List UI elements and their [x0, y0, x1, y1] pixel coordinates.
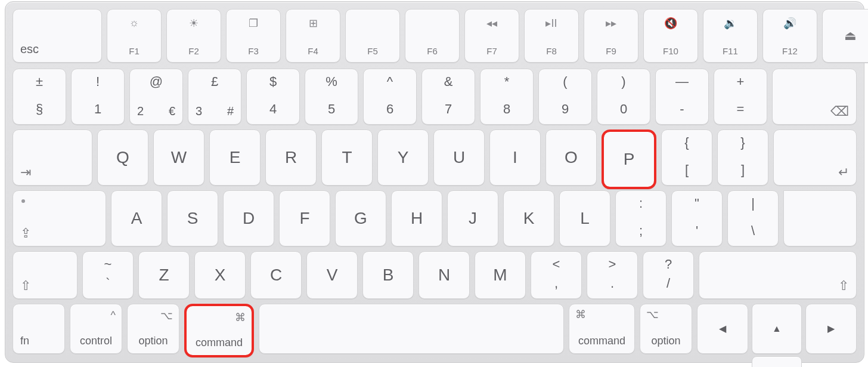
rewind-icon: ◂◂ [465, 17, 519, 30]
capslock-key[interactable]: ⇪ [13, 190, 106, 246]
quote-key[interactable]: "' [671, 190, 723, 246]
c-key[interactable]: C [250, 251, 302, 299]
f6-key[interactable]: F6 [405, 9, 460, 63]
v-key[interactable]: V [306, 251, 358, 299]
right-command-key[interactable]: ⌘command [569, 304, 635, 354]
row-qwerty: ⇥ Q W E R T Y U I O P {[ }] ↵ [5, 129, 864, 184]
row-bottom: fn ^control ⌥option ⌘command ⌘command ⌥o… [5, 304, 864, 353]
control-key[interactable]: ^control [70, 304, 122, 354]
backslash-key[interactable]: |\ [727, 190, 779, 246]
j-key[interactable]: J [447, 190, 498, 246]
arrow-up-key[interactable]: ▲ [752, 304, 802, 354]
comma-key[interactable]: <, [531, 251, 582, 299]
5-key[interactable]: %5 [305, 69, 358, 125]
s-key[interactable]: S [167, 190, 218, 246]
6-key[interactable]: ^6 [363, 69, 417, 125]
option-icon: ⌥ [160, 309, 173, 322]
d-key[interactable]: D [223, 190, 274, 246]
k-key[interactable]: K [503, 190, 554, 246]
row-asdf: ⇪ A S D F G H J K L :; "' |\ [5, 190, 864, 245]
2-key[interactable]: @2€ [129, 69, 183, 125]
t-key[interactable]: T [321, 129, 373, 186]
w-key[interactable]: W [153, 129, 204, 186]
enter-key[interactable]: ↵ [773, 129, 857, 186]
esc-key[interactable]: esc [13, 9, 102, 63]
f4-key[interactable]: ⊞F4 [286, 9, 340, 63]
backspace-key[interactable]: ⌫ [772, 69, 857, 125]
7-key[interactable]: &7 [421, 69, 475, 125]
b-key[interactable]: B [362, 251, 414, 299]
p-key[interactable]: P [602, 129, 656, 189]
arrow-up-icon: ▲ [772, 323, 782, 334]
mute-icon: 🔇 [644, 17, 698, 30]
i-key[interactable]: I [489, 129, 541, 186]
left-option-key[interactable]: ⌥option [127, 304, 179, 354]
shift-icon: ⇧ [20, 279, 31, 292]
tilde-key[interactable]: ~` [82, 251, 134, 299]
f9-key[interactable]: ▸▸F9 [584, 9, 638, 63]
f5-key[interactable]: F5 [345, 9, 400, 63]
r-key[interactable]: R [265, 129, 317, 186]
space-key[interactable] [259, 304, 564, 354]
y-key[interactable]: Y [377, 129, 429, 186]
g-key[interactable]: G [335, 190, 386, 246]
tab-key[interactable]: ⇥ [13, 129, 92, 186]
equal-key[interactable]: += [714, 69, 767, 125]
arrow-down-key[interactable]: ▼ [752, 356, 802, 367]
enter-key-lower[interactable] [783, 190, 857, 246]
f12-key[interactable]: 🔊F12 [762, 9, 817, 63]
row-numbers: ±§ !1 @2€ £3# $4 %5 ^6 &7 *8 (9 )0 —- +=… [5, 69, 864, 124]
row-function: esc ☼F1 ☀F2 ❐F3 ⊞F4 F5 F6 ◂◂F7 ▸IIF8 ▸▸F… [5, 9, 864, 61]
fn-key[interactable]: fn [13, 304, 65, 354]
right-option-key[interactable]: ⌥option [640, 304, 692, 354]
play-pause-icon: ▸II [525, 17, 578, 30]
3-key[interactable]: £3# [188, 69, 241, 125]
f2-key[interactable]: ☀F2 [166, 9, 221, 63]
a-key[interactable]: A [111, 190, 162, 246]
1-key[interactable]: !1 [71, 69, 125, 125]
bracket-left-key[interactable]: {[ [661, 129, 712, 186]
bracket-right-key[interactable]: }] [717, 129, 768, 186]
right-shift-key[interactable]: ⇧ [699, 251, 857, 299]
u-key[interactable]: U [433, 129, 485, 186]
minus-key[interactable]: —- [655, 69, 709, 125]
f7-key[interactable]: ◂◂F7 [464, 9, 519, 63]
arrow-right-key[interactable]: ▶ [805, 304, 857, 354]
f-key[interactable]: F [279, 190, 330, 246]
section-key[interactable]: ±§ [13, 69, 66, 125]
arrow-left-key[interactable]: ◀ [697, 304, 748, 354]
period-key[interactable]: >. [587, 251, 638, 299]
arrow-left-icon: ◀ [719, 324, 726, 334]
f3-key[interactable]: ❐F3 [226, 9, 281, 63]
x-key[interactable]: X [194, 251, 246, 299]
f10-key[interactable]: 🔇F10 [643, 9, 698, 63]
z-key[interactable]: Z [138, 251, 190, 299]
fast-forward-icon: ▸▸ [584, 17, 638, 30]
8-key[interactable]: *8 [480, 69, 534, 125]
option-icon: ⌥ [646, 309, 659, 320]
e-key[interactable]: E [209, 129, 261, 186]
tab-icon: ⇥ [20, 166, 31, 179]
slash-key[interactable]: ?/ [643, 251, 694, 299]
9-key[interactable]: (9 [538, 69, 592, 125]
volume-up-icon: 🔊 [763, 17, 817, 30]
command-icon: ⌘ [235, 311, 246, 324]
arrow-pad: ◀ ▲ ▼ ▶ [697, 304, 857, 353]
0-key[interactable]: )0 [597, 69, 650, 125]
semicolon-key[interactable]: :; [615, 190, 666, 246]
q-key[interactable]: Q [97, 129, 148, 186]
n-key[interactable]: N [418, 251, 470, 299]
f1-key[interactable]: ☼F1 [107, 9, 162, 63]
f8-key[interactable]: ▸IIF8 [524, 9, 579, 63]
eject-key[interactable]: ⏏ [822, 9, 868, 63]
4-key[interactable]: $4 [246, 69, 300, 125]
m-key[interactable]: M [475, 251, 526, 299]
o-key[interactable]: O [545, 129, 597, 186]
left-shift-key[interactable]: ⇧ [13, 251, 78, 299]
f11-key[interactable]: 🔉F11 [703, 9, 758, 63]
left-command-key[interactable]: ⌘command [184, 304, 254, 357]
l-key[interactable]: L [559, 190, 610, 246]
row-zxcv: ⇧ ~` Z X C V B N M <, >. ?/ ⇧ [5, 251, 864, 298]
h-key[interactable]: H [391, 190, 442, 246]
backspace-icon: ⌫ [830, 105, 849, 118]
